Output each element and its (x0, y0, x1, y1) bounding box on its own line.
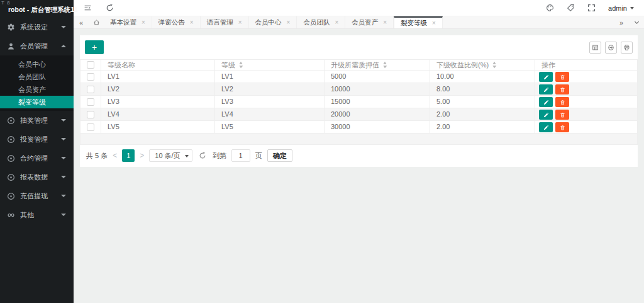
delete-button[interactable] (555, 84, 569, 94)
close-icon[interactable]: × (190, 19, 194, 26)
sidebar-item-label: 合约管理 (20, 154, 48, 163)
sidebar: T 8 robot - 后台管理系统11 系统设定会员管理会员中心会员团队会员资… (0, 0, 74, 303)
close-icon[interactable]: × (383, 19, 387, 26)
report-icon (7, 173, 15, 181)
tab-popup-notice[interactable]: 弹窗公告× (152, 16, 201, 28)
tabbar: « 基本设置×弹窗公告×语言管理×会员中心×会员团队×会员资产×裂变等级× » (74, 16, 644, 29)
sidebar-subitem-member-center[interactable]: 会员中心 (0, 58, 74, 71)
recharge-icon (7, 192, 15, 200)
delete-button[interactable] (555, 72, 569, 82)
cell-operation (535, 71, 638, 83)
tabs-scroll-right-icon[interactable]: » (614, 16, 629, 28)
pagination: 共 5 条 < 1 > 10 条/页 到第 页 确定 (80, 145, 638, 167)
sidebar-item-label: 会员管理 (20, 42, 48, 51)
tag-icon[interactable] (567, 4, 575, 12)
sidebar-subitem-member-assets[interactable]: 会员资产 (0, 83, 74, 96)
tab-fission-level[interactable]: 裂变等级× (394, 16, 443, 28)
investment-icon (7, 135, 15, 144)
close-icon[interactable]: × (142, 19, 145, 26)
user-menu[interactable]: admin (608, 4, 634, 12)
edit-button[interactable] (539, 97, 553, 107)
lottery-icon (7, 117, 15, 125)
tabs-scroll-left-icon[interactable]: « (74, 16, 89, 28)
tab-member-team[interactable]: 会员团队× (297, 16, 345, 28)
fullscreen-icon[interactable] (587, 4, 596, 12)
sidebar-item-label: 充值提现 (20, 192, 48, 201)
cell-income-ratio: 8.00 (430, 83, 535, 96)
refresh-table-icon[interactable] (199, 152, 206, 159)
row-checkbox[interactable] (87, 123, 94, 131)
cell-income-ratio: 2.00 (430, 121, 535, 134)
confirm-button[interactable]: 确定 (267, 149, 292, 162)
row-select-cell (80, 96, 101, 108)
tab-basic-settings[interactable]: 基本设置× (104, 16, 152, 28)
sidebar-subitem-member-team[interactable]: 会员团队 (0, 71, 74, 83)
edit-button[interactable] (539, 110, 553, 120)
delete-button[interactable] (555, 97, 569, 107)
select-all-checkbox[interactable] (87, 61, 94, 69)
edit-button[interactable] (539, 72, 553, 82)
row-checkbox[interactable] (87, 73, 94, 81)
select-all-cell (80, 60, 101, 71)
logo-mark: T 8 (1, 0, 10, 6)
print-icon[interactable] (621, 42, 633, 54)
page-size-select[interactable]: 10 条/页 (149, 149, 192, 162)
sidebar-item-recharge-withdraw[interactable]: 充值提现 (0, 186, 74, 205)
tab-member-assets[interactable]: 会员资产× (345, 16, 394, 28)
row-checkbox[interactable] (87, 111, 94, 118)
chevron-down-icon (61, 176, 66, 178)
column-header-pledge-value[interactable]: 升级所需质押值 (325, 60, 430, 71)
sidebar-item-system-settings[interactable]: 系统设定 (0, 18, 74, 37)
current-page-button[interactable]: 1 (122, 149, 135, 162)
theme-icon[interactable] (546, 4, 554, 12)
chevron-down-icon (61, 195, 66, 197)
column-header-level-name: 等级名称 (101, 60, 215, 71)
sidebar-item-others[interactable]: 其他 (0, 205, 74, 224)
topbar-left (74, 4, 114, 12)
cell-pledge-value: 10000 (325, 83, 430, 96)
jump-page-input[interactable] (231, 149, 250, 162)
cell-level: LV4 (215, 108, 325, 121)
delete-button[interactable] (555, 122, 569, 132)
close-icon[interactable]: × (238, 19, 242, 26)
home-tab-icon[interactable] (89, 16, 104, 28)
column-header-level[interactable]: 等级 (215, 60, 325, 71)
filter-columns-icon[interactable] (589, 42, 601, 54)
column-header-income-ratio[interactable]: 下级收益比例(%) (430, 60, 535, 71)
levels-table: 等级名称等级升级所需质押值下级收益比例(%)操作 LV1LV1500010.00… (80, 59, 638, 145)
sidebar-item-report-data[interactable]: 报表数据 (0, 168, 74, 186)
row-checkbox[interactable] (87, 86, 94, 93)
tabs-menu-icon[interactable] (629, 16, 644, 28)
tab-label: 会员团队 (303, 18, 330, 27)
table-card: + 等级名称等级升级所需质押 (80, 35, 638, 167)
export-icon[interactable] (605, 42, 617, 54)
delete-button[interactable] (555, 110, 569, 120)
collapse-sidebar-icon[interactable] (84, 4, 92, 12)
close-icon[interactable]: × (287, 19, 291, 26)
tab-language-management[interactable]: 语言管理× (201, 16, 249, 28)
close-icon[interactable]: × (432, 20, 436, 26)
sidebar-item-label: 报表数据 (20, 173, 48, 182)
close-icon[interactable]: × (335, 19, 338, 26)
sidebar-item-member-management[interactable]: 会员管理 (0, 37, 74, 55)
sidebar-item-label: 系统设定 (20, 23, 48, 32)
tab-label: 裂变等级 (401, 19, 427, 28)
refresh-icon[interactable] (106, 4, 114, 12)
sidebar-item-investment-management[interactable]: 投资管理 (0, 130, 74, 149)
sidebar-item-contract-management[interactable]: 合约管理 (0, 149, 74, 168)
prev-page-button[interactable]: < (113, 151, 117, 160)
edit-button[interactable] (539, 84, 553, 94)
row-select-cell (80, 121, 101, 134)
jump-prefix-label: 到第 (213, 151, 226, 161)
row-checkbox[interactable] (87, 98, 94, 106)
add-button[interactable]: + (85, 40, 104, 54)
edit-button[interactable] (539, 122, 553, 132)
tab-member-center[interactable]: 会员中心× (249, 16, 297, 28)
cell-pledge-value: 20000 (325, 108, 430, 121)
cell-income-ratio: 5.00 (430, 96, 535, 108)
cell-level: LV3 (215, 96, 325, 108)
sidebar-subitem-fission-level[interactable]: 裂变等级 (0, 96, 74, 108)
next-page-button[interactable]: > (140, 151, 144, 160)
sidebar-item-lottery-management[interactable]: 抽奖管理 (0, 111, 74, 130)
contract-icon (7, 154, 15, 163)
